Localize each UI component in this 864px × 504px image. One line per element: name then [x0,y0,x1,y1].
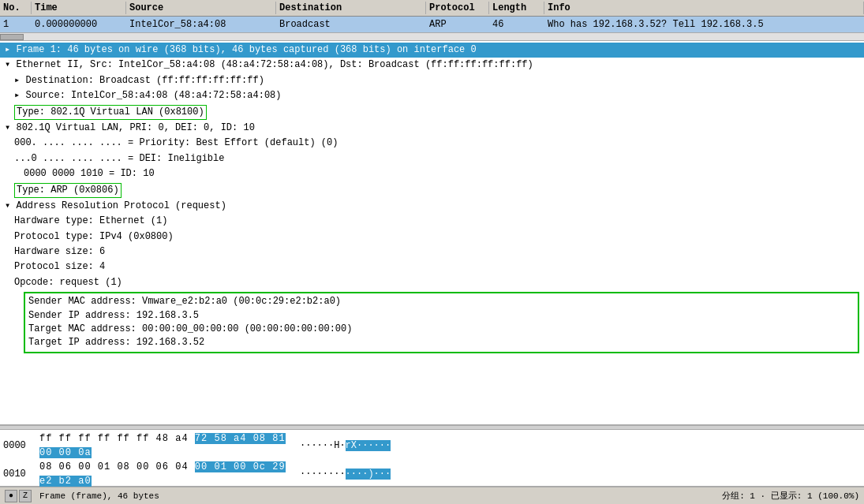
scroll-thumb[interactable] [0,34,24,40]
status-icon-record[interactable]: ● [5,490,17,502]
hex-ascii-0: ······H·rX······ [300,439,426,453]
packet-list: No. Time Source Destination Protocol Len… [0,0,864,33]
header-no: No. [0,2,32,14]
detail-line-5[interactable]: ▾ 802.1Q Virtual LAN, PRI: 0, DEI: 0, ID… [0,121,864,136]
detail-line-4[interactable]: Type: 802.1Q Virtual LAN (0x8100) [0,104,864,121]
hex-bytes-1: 08 06 00 01 08 00 06 04 00 01 00 0c 29 e… [39,460,292,488]
detail-line-1[interactable]: ▾ Ethernet II, Src: IntelCor_58:a4:08 (4… [0,58,864,73]
detail-line-15[interactable]: Opcode: request (1) [0,275,864,290]
header-source: Source [126,2,276,14]
detail-line-8[interactable]: 0000 0000 1010 = ID: 10 [0,166,864,181]
detail-line-11[interactable]: Hardware type: Ethernet (1) [0,214,864,229]
status-icons: ● Z [5,490,33,502]
detail-line-3[interactable]: ▸ Source: IntelCor_58:a4:08 (48:a4:72:58… [0,88,864,103]
hex-row-1: 001008 06 00 01 08 00 06 04 00 01 00 0c … [0,460,864,488]
arp-detail-line: Sender IP address: 192.168.3.5 [28,309,855,323]
status-icon-filter[interactable]: Z [19,490,32,502]
detail-line-0[interactable]: ▸ Frame 1: 46 bytes on wire (368 bits), … [0,43,864,58]
packet-source: IntelCor_58:a4:08 [126,18,276,31]
hex-offset-0: 0000 [3,439,35,453]
detail-line-12[interactable]: Protocol type: IPv4 (0x0800) [0,230,864,245]
packet-time: 0.000000000 [32,18,126,31]
header-length: Length [489,2,544,14]
hex-ascii-1: ············)··· [300,467,426,481]
status-count: 分组: 1 · 已显示: 1 (100.0%) [722,490,859,502]
packet-row-1[interactable]: 1 0.000000000 IntelCor_58:a4:08 Broadcas… [0,17,864,32]
detail-line-9[interactable]: Type: ARP (0x0806) [0,182,864,199]
detail-line-13[interactable]: Hardware size: 6 [0,245,864,259]
arp-box: Sender MAC address: Vmware_e2:b2:a0 (00:… [24,292,859,353]
detail-line-2[interactable]: ▸ Destination: Broadcast (ff:ff:ff:ff:ff… [0,73,864,88]
header-destination: Destination [276,2,426,14]
header-protocol: Protocol [426,2,489,14]
detail-line-6[interactable]: 000. .... .... .... = Priority: Best Eff… [0,136,864,151]
packet-detail[interactable]: ▸ Frame 1: 46 bytes on wire (368 bits), … [0,41,864,425]
packet-no: 1 [0,18,32,31]
arp-detail-line: Target MAC address: 00:00:00_00:00:00 (0… [28,323,855,336]
header-info: Info [544,2,864,14]
horizontal-scrollbar[interactable] [0,33,864,41]
packet-info: Who has 192.168.3.52? Tell 192.168.3.5 [544,18,864,31]
detail-line-10[interactable]: ▾ Address Resolution Protocol (request) [0,199,864,214]
packet-protocol: ARP [426,18,489,31]
arp-detail-line: Target IP address: 192.168.3.52 [28,336,855,349]
hex-row-0: 0000ff ff ff ff ff ff 48 a4 72 58 a4 08 … [0,431,864,460]
hex-bytes-0: ff ff ff ff ff ff 48 a4 72 58 a4 08 81 0… [39,431,292,460]
detail-line-7[interactable]: ...0 .... .... .... = DEI: Ineligible [0,151,864,166]
status-frame-info: Frame (frame), 46 bytes [39,491,722,501]
header-time: Time [32,2,126,14]
hex-dump: 0000ff ff ff ff ff ff 48 a4 72 58 a4 08 … [0,430,864,487]
arp-detail-line: Sender MAC address: Vmware_e2:b2:a0 (00:… [28,295,855,308]
packet-length: 46 [489,18,544,31]
packet-list-header: No. Time Source Destination Protocol Len… [0,0,864,17]
packet-destination: Broadcast [276,18,426,31]
hex-offset-1: 0010 [3,467,35,481]
status-bar: ● Z Frame (frame), 46 bytes 分组: 1 · 已显示:… [0,487,864,504]
detail-line-14[interactable]: Protocol size: 4 [0,259,864,274]
